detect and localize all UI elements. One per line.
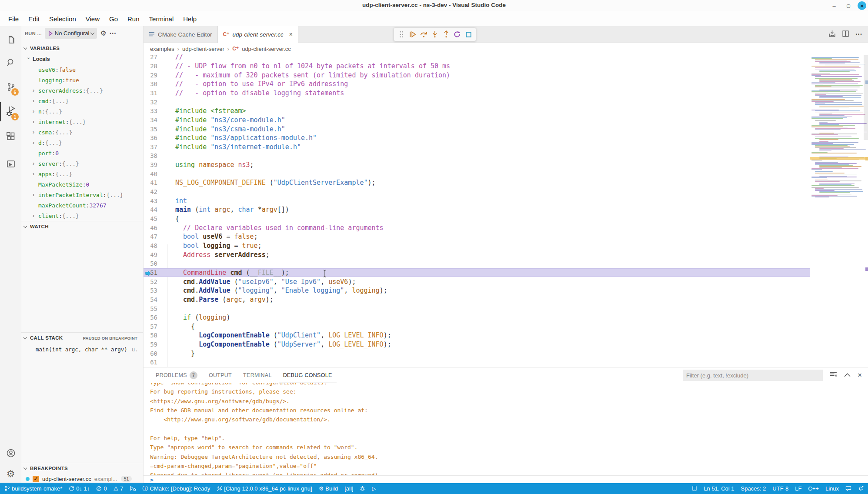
manage-gear-icon[interactable]: ⚙ bbox=[0, 464, 21, 484]
status-sync-changes[interactable]: 0↓ 1↑ bbox=[69, 485, 90, 492]
status-cmake-status[interactable]: ⓘCMake: [Debug]: Ready bbox=[143, 485, 210, 492]
menu-selection[interactable]: Selection bbox=[44, 15, 81, 23]
menu-terminal[interactable]: Terminal bbox=[144, 15, 179, 23]
step-over-button[interactable] bbox=[418, 28, 429, 40]
extensions-icon[interactable] bbox=[0, 127, 21, 146]
line-number[interactable]: 61 bbox=[144, 359, 157, 366]
status-warning-count[interactable]: ⚠7 bbox=[114, 485, 124, 492]
line-number[interactable]: 57 bbox=[144, 323, 157, 330]
variable-row[interactable]: useV6: false bbox=[21, 64, 144, 75]
stack-frame-row[interactable]: main(int argc, char ** argv) u. bbox=[36, 344, 140, 354]
line-number[interactable]: 50 bbox=[144, 260, 157, 267]
line-number[interactable]: 46 bbox=[144, 224, 157, 231]
line-number[interactable]: 60 bbox=[144, 350, 157, 357]
maximize-button[interactable]: ▢ bbox=[844, 1, 853, 10]
line-number[interactable]: 41 bbox=[144, 179, 157, 186]
status-feedback[interactable] bbox=[845, 486, 851, 491]
line-number[interactable]: 40 bbox=[144, 170, 157, 177]
explorer-icon[interactable] bbox=[0, 30, 21, 50]
debug-settings-gear-icon[interactable]: ⚙ bbox=[100, 29, 106, 37]
line-number[interactable]: 44 bbox=[144, 206, 157, 213]
watch-section-header[interactable]: WATCH bbox=[21, 222, 144, 231]
line-number[interactable]: 29 bbox=[144, 72, 157, 79]
line-number[interactable]: 37 bbox=[144, 144, 157, 150]
step-into-button[interactable] bbox=[429, 28, 441, 40]
status-cmake-target[interactable]: [all] bbox=[344, 485, 353, 492]
account-icon[interactable] bbox=[0, 444, 21, 463]
debug-console-filter-input[interactable] bbox=[683, 370, 823, 381]
variable-row[interactable]: ›apps: {...} bbox=[21, 169, 144, 179]
variable-row[interactable]: logging: true bbox=[21, 75, 144, 85]
status-cursor-position[interactable]: Ln 51, Col 1 bbox=[704, 485, 734, 492]
editor-scrollbar[interactable] bbox=[864, 55, 868, 140]
line-number[interactable]: 43 bbox=[144, 197, 157, 204]
variable-row[interactable]: MaxPacketSize: 0 bbox=[21, 179, 144, 190]
close-button[interactable]: × bbox=[858, 1, 866, 10]
variable-row[interactable]: ›csma: {...} bbox=[21, 127, 144, 137]
line-number[interactable]: 32 bbox=[144, 99, 157, 106]
menu-view[interactable]: View bbox=[81, 15, 104, 23]
variable-row[interactable]: maxPacketCount: 32767 bbox=[21, 200, 144, 210]
status-platform[interactable]: Linux bbox=[825, 485, 839, 492]
line-number[interactable]: 56 bbox=[144, 314, 157, 321]
menu-go[interactable]: Go bbox=[104, 15, 123, 23]
panel-tab-problems[interactable]: PROBLEMS7 bbox=[151, 368, 202, 383]
status-cmake-kit[interactable]: [Clang 12.0.0 x86_64-pc-linux-gnu] bbox=[217, 485, 312, 492]
code-editor[interactable]: 27//28// - UDP flow from n0 to n1 of 102… bbox=[144, 54, 868, 367]
line-number[interactable]: 54 bbox=[144, 296, 157, 303]
variable-row[interactable]: ›internet: {...} bbox=[21, 117, 144, 127]
panel-tab-debug-console[interactable]: DEBUG CONSOLE bbox=[279, 368, 337, 383]
line-number[interactable]: 45 bbox=[144, 215, 157, 222]
panel-tab-output[interactable]: OUTPUT bbox=[204, 368, 236, 383]
source-control-icon[interactable]: 6 bbox=[0, 77, 21, 97]
line-number[interactable]: 48 bbox=[144, 242, 157, 249]
debug-configuration-dropdown[interactable]: No Configural bbox=[45, 28, 97, 39]
line-number[interactable]: 42 bbox=[144, 188, 157, 195]
test-explorer-icon[interactable] bbox=[0, 154, 21, 174]
variables-section-header[interactable]: VARIABLES bbox=[21, 43, 144, 53]
variable-row[interactable]: ›serverAddress: {...} bbox=[21, 85, 144, 96]
breadcrumb-item[interactable]: udp-client-server.cc bbox=[242, 46, 291, 52]
search-icon[interactable] bbox=[0, 53, 21, 72]
line-number[interactable]: 49 bbox=[144, 251, 157, 258]
status-remote-indicator[interactable] bbox=[692, 485, 697, 491]
restart-button[interactable] bbox=[452, 28, 463, 40]
variable-row[interactable]: ›d: {...} bbox=[21, 137, 144, 148]
variable-row[interactable]: ›n: {...} bbox=[21, 106, 144, 117]
menu-help[interactable]: Help bbox=[178, 15, 201, 23]
variable-row[interactable]: ›interPacketInterval: {...} bbox=[21, 190, 144, 200]
split-editor-icon[interactable] bbox=[842, 30, 849, 39]
line-number[interactable]: 55 bbox=[144, 305, 157, 312]
continue-button[interactable] bbox=[407, 28, 418, 40]
line-number[interactable]: 31 bbox=[144, 90, 157, 97]
line-number[interactable]: 38 bbox=[144, 152, 157, 159]
status-cmake-build[interactable]: ⚙Build bbox=[319, 485, 338, 492]
variable-row[interactable]: ›server: {...} bbox=[21, 158, 144, 169]
line-number[interactable]: 30 bbox=[144, 80, 157, 87]
line-number[interactable]: 33 bbox=[144, 107, 157, 114]
status-git-branch[interactable]: buildsystem-cmake* bbox=[4, 485, 62, 492]
stop-button[interactable] bbox=[463, 28, 474, 40]
locals-scope-row[interactable]: › Locals bbox=[21, 54, 144, 64]
line-number[interactable]: 34 bbox=[144, 117, 157, 124]
breakpoints-section-header[interactable]: BREAKPOINTS bbox=[21, 464, 144, 473]
variable-row[interactable]: port: 0 bbox=[21, 148, 144, 158]
status-cmake-debug[interactable] bbox=[360, 486, 365, 491]
panel-tab-terminal[interactable]: TERMINAL bbox=[239, 368, 276, 383]
breadcrumb-item[interactable]: examples bbox=[150, 46, 174, 52]
status-debug-indicator[interactable] bbox=[130, 486, 136, 491]
grip-handle[interactable] bbox=[396, 28, 407, 40]
status-cmake-launch[interactable]: ▷ bbox=[372, 485, 376, 492]
status-notifications[interactable] bbox=[858, 485, 864, 491]
line-number[interactable]: 58 bbox=[144, 332, 157, 339]
close-panel-icon[interactable]: × bbox=[858, 371, 862, 380]
status-error-count[interactable]: 0 bbox=[96, 485, 107, 492]
more-actions-icon[interactable]: ··· bbox=[855, 30, 862, 38]
status-language-mode[interactable]: C++ bbox=[808, 485, 819, 492]
status-encoding[interactable]: UTF-8 bbox=[772, 485, 788, 492]
breakpoint-checkbox[interactable]: ✓ bbox=[33, 476, 39, 482]
status-indentation[interactable]: Spaces: 2 bbox=[741, 485, 766, 492]
line-number[interactable]: 52 bbox=[144, 278, 157, 285]
line-number[interactable]: 39 bbox=[144, 161, 157, 168]
tab-cmake-cache-editor[interactable]: CMake Cache Editor bbox=[144, 26, 218, 43]
